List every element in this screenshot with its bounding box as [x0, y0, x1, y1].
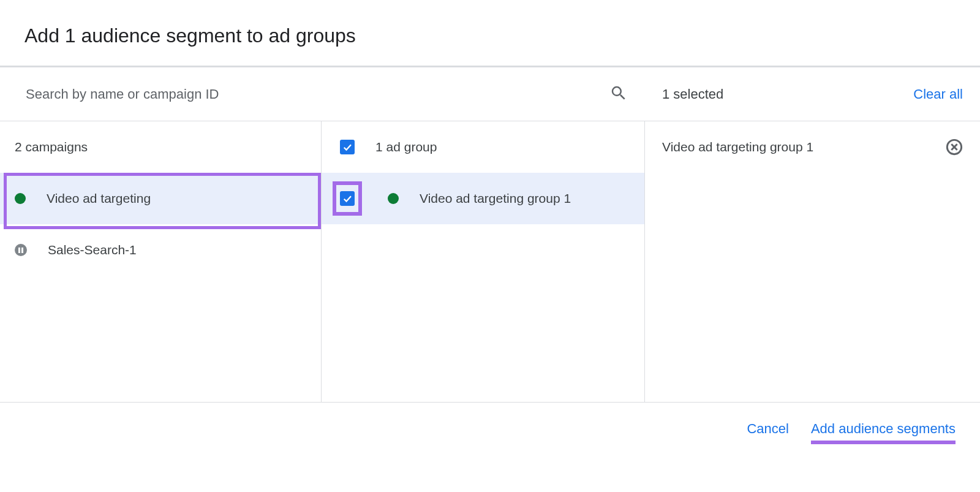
selected-item-label: Video ad targeting group 1: [662, 140, 813, 154]
selected-header: 1 selected Clear all: [645, 67, 980, 121]
search-bar: [0, 67, 645, 121]
clear-all-button[interactable]: Clear all: [913, 86, 963, 102]
campaign-row[interactable]: Video ad targeting: [0, 173, 321, 224]
adgroups-header-label: 1 ad group: [375, 140, 437, 154]
page-title: Add 1 audience segment to ad groups: [24, 25, 956, 47]
selected-column: 1 selected Clear all Video ad targeting …: [645, 67, 980, 402]
search-input[interactable]: [24, 86, 609, 103]
campaign-name: Sales-Search-1: [48, 243, 137, 257]
campaign-name: Video ad targeting: [47, 191, 151, 206]
search-icon[interactable]: [609, 84, 628, 105]
adgroups-header: 1 ad group: [322, 121, 644, 173]
adgroup-name: Video ad targeting group 1: [420, 191, 571, 206]
selected-count: 1 selected: [662, 86, 723, 102]
submit-label: Add audience segments: [811, 421, 956, 436]
status-enabled-icon: [15, 193, 26, 204]
highlight-underline: [811, 441, 956, 444]
add-audience-segments-button[interactable]: Add audience segments: [811, 421, 956, 437]
status-paused-icon: [15, 244, 27, 256]
campaigns-header: 2 campaigns: [0, 121, 321, 173]
adgroup-checkbox[interactable]: [340, 191, 355, 206]
remove-icon[interactable]: [946, 138, 963, 156]
page-header: Add 1 audience segment to ad groups: [0, 0, 980, 66]
selected-item: Video ad targeting group 1: [645, 121, 980, 173]
dialog-footer: Cancel Add audience segments: [0, 403, 980, 449]
adgroup-row[interactable]: Video ad targeting group 1: [322, 173, 644, 224]
select-all-checkbox[interactable]: [340, 140, 355, 154]
campaigns-column: 2 campaigns Video ad targeting Sales-Sea…: [0, 121, 322, 402]
adgroups-column: 1 ad group Video ad targeting group 1: [322, 121, 645, 402]
cancel-button[interactable]: Cancel: [747, 421, 788, 437]
campaign-row[interactable]: Sales-Search-1: [0, 224, 321, 276]
status-enabled-icon: [388, 193, 399, 204]
main-content: 2 campaigns Video ad targeting Sales-Sea…: [0, 67, 980, 403]
